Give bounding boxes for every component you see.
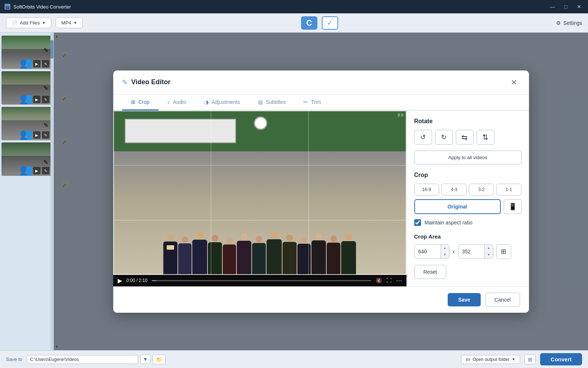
edit-icon-3[interactable]: ✎ — [43, 122, 48, 129]
height-input-group: ▲ ▼ — [458, 244, 493, 259]
open-output-label: Open output folder — [473, 357, 509, 362]
modal-title-icon: ✎ — [122, 78, 128, 86]
crop-area-inputs: ▲ ▼ x ▲ ▼ — [414, 244, 522, 259]
crop-area-title: Crop Area — [414, 233, 522, 240]
head-6 — [241, 233, 248, 240]
time-display: 0:00 / 2:10 — [127, 278, 148, 283]
adjustments-tab-icon: ◑ — [204, 99, 209, 105]
crop-grid-icon-button[interactable]: ⊞ — [496, 244, 511, 259]
sidebar-scrollbar[interactable] — [50, 33, 53, 350]
head-4 — [212, 235, 218, 242]
tab-crop[interactable]: ⊞ Crop — [122, 95, 159, 111]
student-8 — [267, 239, 282, 275]
tab-subtitles[interactable]: ▤ Subtitles — [249, 95, 295, 111]
students-area — [113, 163, 406, 275]
convert-button[interactable]: Convert — [540, 353, 582, 365]
head-3 — [196, 232, 203, 239]
portrait-button[interactable]: 📱 — [504, 199, 522, 214]
play-overlay-icon-3: ▶ — [33, 131, 40, 139]
sidebar-scroll-thumb[interactable] — [50, 40, 53, 59]
grid-view-button[interactable]: ⊞ — [525, 355, 536, 364]
more-options-button[interactable]: ⋯ — [396, 277, 402, 284]
portrait-icon: 📱 — [509, 203, 517, 211]
original-button[interactable]: Original — [414, 199, 501, 214]
flip-v-button[interactable]: ⇅ — [477, 130, 494, 145]
browse-folder-button[interactable]: 📁 — [153, 355, 166, 364]
path-dropdown-button[interactable]: ▼ — [140, 355, 150, 364]
height-up-button[interactable]: ▲ — [485, 245, 493, 252]
settings-icon: ⚙ — [556, 20, 561, 26]
maximize-button[interactable]: □ — [561, 2, 570, 11]
edit-icon-2[interactable]: ✎ — [43, 85, 48, 92]
tab-audio[interactable]: ♪ Audio — [159, 95, 195, 111]
save-button[interactable]: Save — [448, 293, 481, 306]
ratio-1-1[interactable]: 1-1 — [496, 184, 522, 196]
edit-icon-4[interactable]: ✎ — [43, 159, 48, 166]
add-files-button[interactable]: 📄 Add Files ▼ — [6, 17, 51, 28]
progress-bar[interactable] — [152, 280, 371, 281]
student-13 — [341, 241, 356, 275]
tab-adjustments[interactable]: ◑ Adjustments — [195, 95, 249, 111]
student-5 — [223, 244, 236, 275]
modal-body: 8:9 ▶ 0:00 / 2:10 — [113, 111, 529, 286]
rotate-ccw-button[interactable]: ↺ — [414, 130, 432, 145]
student-3 — [192, 240, 207, 275]
edit-overlay-icon-3: ✎ — [42, 131, 49, 139]
ratio-3-2[interactable]: 3-2 — [469, 184, 494, 196]
flip-h-button[interactable]: ⇆ — [456, 130, 474, 145]
add-files-icon: 📄 — [12, 20, 17, 26]
progress-fill — [152, 280, 156, 281]
whiteboard — [125, 119, 236, 143]
minimize-button[interactable]: — — [548, 2, 557, 11]
modal-footer: Save Cancel — [113, 286, 529, 313]
edit-icon-1[interactable]: ✎ — [43, 47, 48, 54]
play-button[interactable]: ▶ — [118, 277, 122, 284]
shirt-1 — [167, 245, 174, 250]
student-1 — [163, 242, 177, 275]
student-row — [116, 239, 404, 275]
fullscreen-icon[interactable]: ⛶ — [386, 277, 392, 283]
cancel-button[interactable]: Cancel — [485, 293, 520, 307]
status-path: ▼ 📁 — [27, 355, 166, 364]
ratio-4-3[interactable]: 4-3 — [441, 184, 467, 196]
reset-button[interactable]: Reset — [414, 265, 447, 279]
title-bar-controls: — □ ✕ — [548, 2, 584, 11]
ratio-16-9[interactable]: 16-9 — [414, 184, 440, 196]
rotate-cw-icon: ↻ — [441, 133, 447, 141]
sidebar: 👥 ▶ ✎ 👥 ▶ ✎ — [0, 33, 54, 350]
chalkboard-area — [113, 111, 406, 152]
crop-tab-icon: ⊞ — [131, 99, 135, 105]
crop-title: Crop — [414, 172, 522, 178]
checkmark-icon-btn[interactable]: ✓ — [322, 16, 338, 30]
format-label: MP4 — [61, 20, 71, 26]
height-input[interactable] — [458, 246, 484, 257]
head-7 — [256, 236, 262, 242]
apply-all-button[interactable]: Apply to all videos — [414, 151, 522, 164]
head-12 — [330, 236, 337, 242]
settings-button[interactable]: ⚙ Settings — [556, 20, 582, 26]
original-row: Original 📱 — [414, 199, 522, 214]
status-right: 🗁 Open output folder ▼ ⊞ Convert — [461, 353, 582, 365]
format-selector[interactable]: MP4 ▼ — [56, 17, 83, 28]
tab-trim[interactable]: ✂ Trim — [294, 95, 330, 111]
width-up-button[interactable]: ▲ — [441, 245, 449, 252]
width-down-button[interactable]: ▼ — [441, 252, 449, 258]
convert-icon-btn[interactable]: C — [301, 16, 317, 30]
modal-close-button[interactable]: ✕ — [508, 76, 520, 88]
video-editor-modal: ✎ Video Editor ✕ ⊞ Crop ♪ Audio — [113, 70, 529, 313]
mute-icon[interactable]: 🔇 — [376, 277, 382, 283]
modal-overlay: ✎ Video Editor ✕ ⊞ Crop ♪ Audio — [54, 33, 588, 350]
open-output-button[interactable]: 🗁 Open output folder ▼ — [461, 355, 520, 364]
app-close-button[interactable]: ✕ — [575, 2, 584, 11]
video-controls: ▶ 0:00 / 2:10 🔇 ⛶ ⋯ — [113, 275, 406, 286]
height-down-button[interactable]: ▼ — [485, 252, 493, 258]
content-area: 👥 ▶ ✎ 👥 ▶ ✎ — [0, 33, 588, 350]
head-13 — [345, 233, 352, 240]
width-input[interactable] — [415, 246, 441, 257]
rotate-cw-button[interactable]: ↻ — [435, 130, 453, 145]
maintain-ratio-checkbox[interactable] — [414, 219, 421, 226]
head-5 — [226, 237, 233, 244]
rotate-title: Rotate — [414, 118, 522, 125]
app-icon: 🎬 — [4, 4, 10, 10]
path-input[interactable] — [27, 355, 138, 364]
